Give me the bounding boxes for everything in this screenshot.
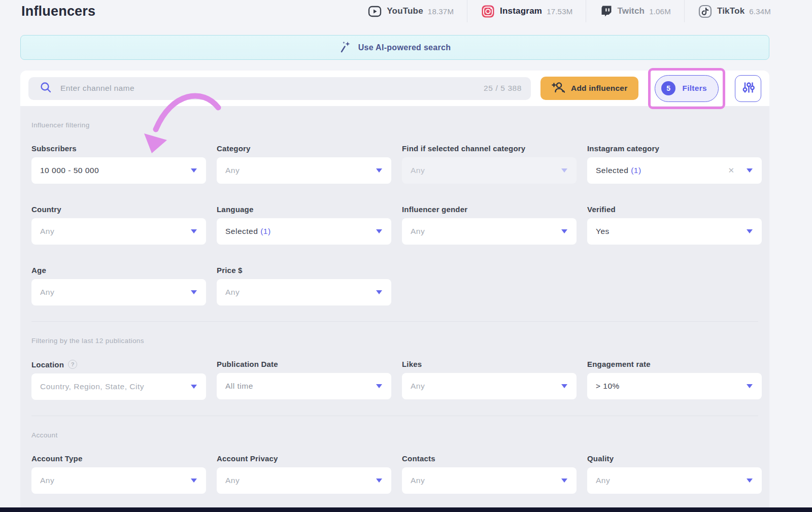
chevron-down-icon	[376, 479, 382, 483]
advanced-settings-button[interactable]	[735, 75, 761, 102]
filters-panel: Influencer filteringSubscribers10 000 - …	[20, 106, 769, 512]
chevron-down-icon	[191, 290, 197, 294]
chevron-down-icon	[561, 229, 567, 233]
filter-likes: LikesAny	[402, 360, 577, 400]
dropdown-value: All time	[225, 382, 253, 390]
chevron-down-icon	[191, 168, 197, 173]
field-label: Location	[31, 360, 64, 369]
dropdown-value: 10 000 - 50 000	[40, 166, 99, 175]
filter-influencer-gender: Influencer genderAny	[402, 205, 577, 245]
filter-category: CategoryAny	[217, 144, 391, 184]
dropdown-influencer-gender[interactable]: Any	[402, 218, 577, 245]
instagram-icon	[481, 4, 495, 19]
field-label: Quality	[587, 454, 614, 463]
section-label-influencer-filtering: Influencer filtering	[31, 121, 762, 129]
add-influencer-label: Add influencer	[571, 84, 627, 93]
sliders-icon	[741, 81, 755, 96]
dropdown-account-privacy[interactable]: Any	[217, 467, 391, 494]
platform-tab-youtube[interactable]: YouTube18.37M	[354, 0, 467, 22]
section-label-account: Account	[31, 431, 762, 439]
platform-tab-tiktok[interactable]: TikTok6.34M	[684, 0, 784, 22]
dropdown-location[interactable]: Country, Region, State, City	[31, 373, 206, 400]
filters-count-badge: 5	[661, 81, 675, 95]
filter-account-privacy: Account PrivacyAny	[217, 454, 391, 494]
dropdown-category[interactable]: Any	[217, 157, 391, 184]
section-divider	[31, 416, 758, 416]
dropdown-age[interactable]: Any	[31, 279, 206, 305]
field-label: Engagement rate	[587, 360, 651, 368]
dropdown-verified[interactable]: Yes	[587, 218, 762, 245]
chevron-down-icon	[747, 479, 753, 483]
add-influencer-button[interactable]: Add influencer	[540, 77, 638, 100]
search-toolbar: 25 / 5 388 Add influencer 5 Filters	[20, 71, 769, 106]
ai-search-banner[interactable]: Use AI-powered search	[20, 35, 769, 60]
field-label: Verified	[587, 205, 616, 214]
dropdown-value: Country, Region, State, City	[40, 382, 144, 391]
dropdown-value: Any	[40, 227, 54, 235]
dropdown-value: Any	[40, 476, 54, 485]
platform-tab-instagram[interactable]: Instagram17.53M	[467, 0, 586, 22]
platform-count: 1.06M	[649, 7, 671, 16]
dropdown-account-type[interactable]: Any	[31, 467, 206, 494]
ai-banner-label: Use AI-powered search	[358, 43, 451, 52]
dropdown-value: Any	[411, 166, 425, 175]
dropdown-quality[interactable]: Any	[587, 467, 762, 494]
chevron-down-icon	[191, 479, 197, 483]
field-label: Influencer gender	[402, 205, 467, 214]
chevron-down-icon	[376, 384, 382, 388]
platform-count: 6.34M	[749, 7, 771, 16]
search-field[interactable]: 25 / 5 388	[28, 77, 531, 100]
dropdown-value: Any	[225, 288, 240, 296]
dropdown-find-if-selected-channel-category: Any	[402, 157, 577, 184]
dropdown-engagement-rate[interactable]: > 10%	[587, 373, 762, 399]
bottom-bar	[0, 507, 812, 512]
dropdown-value: Any	[225, 166, 240, 175]
field-label: Age	[31, 266, 46, 275]
chevron-down-icon	[561, 384, 567, 388]
filter-country: CountryAny	[31, 205, 206, 245]
field-label: Account Privacy	[217, 454, 278, 463]
field-label: Instagram category	[587, 144, 659, 153]
field-label: Price $	[217, 266, 243, 275]
platform-name: YouTube	[387, 6, 423, 16]
dropdown-contacts[interactable]: Any	[402, 467, 577, 494]
chevron-down-icon	[561, 479, 567, 483]
clear-icon[interactable]: ✕	[728, 166, 734, 175]
dropdown-price[interactable]: Any	[217, 279, 391, 305]
field-label: Language	[217, 205, 253, 214]
chevron-down-icon	[191, 229, 197, 233]
chevron-down-icon	[376, 229, 382, 233]
field-label: Contacts	[402, 454, 435, 463]
filters-button[interactable]: 5 Filters	[655, 75, 719, 102]
filter-engagement-rate: Engagement rate> 10%	[587, 360, 762, 400]
dropdown-likes[interactable]: Any	[402, 373, 577, 399]
platform-tabs: YouTube18.37MInstagram17.53MTwitch1.06MT…	[354, 0, 784, 22]
field-label: Country	[31, 205, 61, 214]
filter-contacts: ContactsAny	[402, 454, 577, 494]
dropdown-publication-date[interactable]: All time	[217, 373, 391, 399]
add-user-icon	[552, 81, 565, 95]
section-divider	[31, 321, 758, 322]
filter-find-if-selected-channel-category: Find if selected channel categoryAny	[402, 144, 577, 184]
dropdown-language[interactable]: Selected (1)	[217, 218, 391, 245]
fields-grid: Account TypeAnyAccount PrivacyAnyContact…	[31, 454, 762, 494]
page-header: Influencers YouTube18.37MInstagram17.53M…	[0, 0, 812, 22]
filter-age: AgeAny	[31, 266, 206, 305]
dropdown-subscribers[interactable]: 10 000 - 50 000	[31, 157, 206, 184]
platform-name: Twitch	[617, 6, 645, 16]
help-icon[interactable]: ?	[68, 360, 77, 369]
chevron-down-icon	[747, 229, 753, 233]
selected-count: (1)	[258, 227, 270, 235]
search-input[interactable]	[60, 84, 476, 93]
dropdown-country[interactable]: Any	[31, 218, 206, 245]
filter-subscribers: Subscribers10 000 - 50 000	[31, 144, 206, 184]
filters-button-label: Filters	[682, 84, 707, 93]
result-count: 25 / 5 388	[484, 84, 522, 93]
platform-tab-twitch[interactable]: Twitch1.06M	[586, 0, 684, 22]
dropdown-value: Any	[40, 288, 54, 296]
field-label: Account Type	[31, 454, 82, 463]
field-label: Publication Date	[217, 360, 278, 368]
dropdown-value: Selected	[596, 166, 628, 175]
selected-count: (1)	[628, 166, 641, 175]
dropdown-instagram-category[interactable]: Selected (1)✕	[587, 157, 762, 184]
